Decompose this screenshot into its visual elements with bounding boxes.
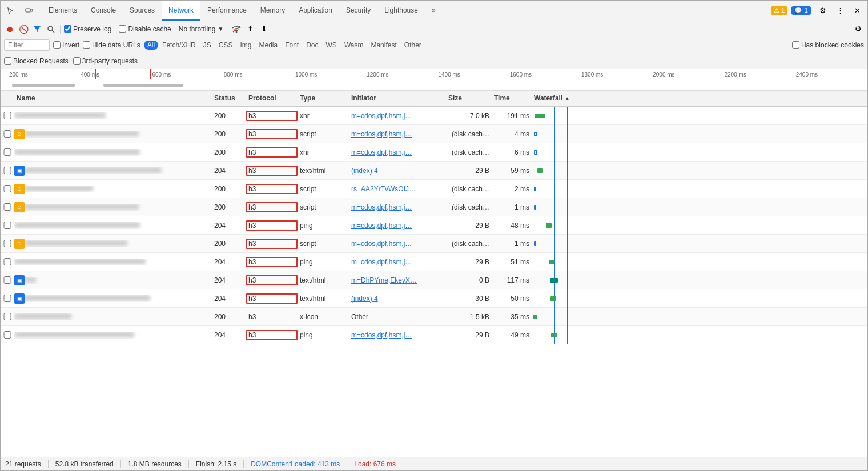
table-row[interactable]: ⊙ 200h3scriptm=cdos,dpf,hsm,j…(disk cach… bbox=[1, 235, 867, 253]
table-row[interactable]: ⊙ 200h3scriptrs=AA2YrTvWsOfJ…(disk cach…… bbox=[1, 180, 867, 198]
upload-icon[interactable]: ⬆ bbox=[244, 23, 256, 35]
table-row[interactable]: ▣ 204h3text/html(index):430 B50 ms bbox=[1, 289, 867, 308]
tab-elements[interactable]: Elements bbox=[42, 1, 84, 21]
hide-data-urls-checkbox[interactable]: Hide data URLs bbox=[83, 41, 140, 49]
col-status-header[interactable]: Status bbox=[212, 94, 246, 102]
invert-checkbox[interactable]: Invert bbox=[53, 41, 79, 49]
tab-lighthouse[interactable]: Lighthouse bbox=[377, 1, 425, 21]
filter-button[interactable] bbox=[31, 23, 43, 35]
row-select-checkbox[interactable] bbox=[3, 203, 12, 211]
filter-input[interactable] bbox=[4, 39, 50, 51]
filter-type-fetch/xhr[interactable]: Fetch/XHR bbox=[159, 41, 199, 50]
transferred-size: 52.8 kB transferred bbox=[55, 460, 114, 468]
throttle-select[interactable]: No throttling bbox=[179, 25, 216, 33]
row-select-checkbox[interactable] bbox=[3, 222, 12, 229]
row-waterfall bbox=[532, 308, 867, 326]
col-time-header[interactable]: Time bbox=[492, 94, 532, 102]
row-select-checkbox[interactable] bbox=[3, 295, 12, 302]
filter-type-doc[interactable]: Doc bbox=[303, 41, 322, 50]
throttle-dropdown-arrow[interactable]: ▼ bbox=[218, 26, 223, 32]
row-select-checkbox[interactable] bbox=[3, 276, 12, 284]
row-select-checkbox[interactable] bbox=[3, 167, 12, 174]
table-row[interactable]: 204h3pingm=cdos,dpf,hsm,j…29 B48 ms bbox=[1, 216, 867, 235]
filter-type-other[interactable]: Other bbox=[401, 41, 425, 50]
tab-network[interactable]: Network bbox=[162, 1, 200, 21]
third-party-checkbox[interactable]: 3rd-party requests bbox=[73, 57, 138, 65]
filter-type-ws[interactable]: WS bbox=[323, 41, 340, 50]
more-options-icon[interactable]: ⋮ bbox=[832, 3, 848, 19]
row-initiator[interactable]: m=cdos,dpf,hsm,j… bbox=[349, 222, 446, 230]
search-button[interactable] bbox=[45, 23, 57, 35]
table-row[interactable]: 204h3pingm=cdos,dpf,hsm,j…29 B49 ms bbox=[1, 326, 867, 344]
row-initiator[interactable]: (index):4 bbox=[349, 167, 446, 175]
row-initiator[interactable]: rs=AA2YrTvWsOfJ… bbox=[349, 185, 446, 193]
filter-type-js[interactable]: JS bbox=[200, 41, 215, 50]
row-initiator[interactable]: m=cdos,dpf,hsm,j… bbox=[349, 130, 446, 138]
tab-console[interactable]: Console bbox=[84, 1, 123, 21]
tab-performance[interactable]: Performance bbox=[200, 1, 254, 21]
tab-sources[interactable]: Sources bbox=[123, 1, 162, 21]
wifi-icon[interactable] bbox=[231, 23, 242, 35]
row-initiator[interactable]: m=cdos,dpf,hsm,j… bbox=[349, 112, 446, 120]
table-row[interactable]: ▣ 204h3text/html(index):429 B59 ms bbox=[1, 162, 867, 180]
table-row[interactable]: 200h3xhrm=cdos,dpf,hsm,j…7.0 kB191 ms bbox=[1, 107, 867, 125]
filter-type-media[interactable]: Media bbox=[255, 41, 281, 50]
filter-type-all[interactable]: All bbox=[144, 41, 158, 50]
row-type: xhr bbox=[298, 112, 349, 120]
close-icon[interactable]: ✕ bbox=[849, 3, 865, 19]
row-select-checkbox[interactable] bbox=[3, 313, 12, 320]
row-select-checkbox[interactable] bbox=[3, 258, 12, 265]
row-size: (disk cach… bbox=[446, 148, 492, 156]
warning-badge[interactable]: ⚠ 1 bbox=[771, 6, 787, 15]
row-select-checkbox[interactable] bbox=[3, 148, 12, 156]
filter-type-wasm[interactable]: Wasm bbox=[341, 41, 367, 50]
download-icon[interactable]: ⬇ bbox=[258, 23, 270, 35]
table-row[interactable]: 200h3x-iconOther1.5 kB35 ms bbox=[1, 308, 867, 326]
filter-type-manifest[interactable]: Manifest bbox=[367, 41, 400, 50]
row-select-checkbox[interactable] bbox=[3, 331, 12, 339]
blocked-requests-checkbox[interactable]: Blocked Requests bbox=[4, 57, 69, 65]
filter-type-css[interactable]: CSS bbox=[215, 41, 236, 50]
info-badge[interactable]: 💬 1 bbox=[791, 6, 810, 15]
row-initiator[interactable]: m=cdos,dpf,hsm,j… bbox=[349, 331, 446, 339]
record-button[interactable]: ⏺ bbox=[4, 23, 15, 35]
filter-type-img[interactable]: Img bbox=[236, 41, 255, 50]
device-icon[interactable] bbox=[21, 3, 37, 19]
table-row[interactable]: 200h3xhrm=cdos,dpf,hsm,j…(disk cach…6 ms bbox=[1, 143, 867, 162]
has-blocked-cookies-checkbox[interactable]: Has blocked cookies bbox=[792, 41, 864, 49]
col-protocol-header[interactable]: Protocol bbox=[246, 94, 298, 102]
row-initiator[interactable]: m=cdos,dpf,hsm,j… bbox=[349, 148, 446, 156]
filter-type-font[interactable]: Font bbox=[282, 41, 302, 50]
table-row[interactable]: ⊙ 200h3scriptm=cdos,dpf,hsm,j…(disk cach… bbox=[1, 125, 867, 143]
col-initiator-header[interactable]: Initiator bbox=[349, 94, 446, 102]
col-size-header[interactable]: Size bbox=[446, 94, 492, 102]
table-row[interactable]: 204h3pingm=cdos,dpf,hsm,j…29 B51 ms bbox=[1, 253, 867, 271]
row-select-checkbox[interactable] bbox=[3, 130, 12, 138]
stop-button[interactable]: 🚫 bbox=[18, 23, 29, 35]
col-name-header[interactable]: Name bbox=[1, 94, 212, 102]
row-select-checkbox[interactable] bbox=[3, 185, 12, 192]
disable-cache-checkbox[interactable]: Disable cache bbox=[119, 25, 171, 33]
blue-icon: ▣ bbox=[14, 275, 25, 285]
cursor-icon[interactable] bbox=[3, 3, 19, 19]
tab-more[interactable]: » bbox=[425, 1, 443, 21]
row-select-checkbox[interactable] bbox=[3, 240, 12, 247]
table-row[interactable]: ⊙ 200h3scriptm=cdos,dpf,hsm,j…(disk cach… bbox=[1, 198, 867, 216]
row-initiator[interactable]: m=cdos,dpf,hsm,j… bbox=[349, 240, 446, 248]
row-initiator[interactable]: m=cdos,dpf,hsm,j… bbox=[349, 203, 446, 211]
col-type-header[interactable]: Type bbox=[298, 94, 349, 102]
tab-application[interactable]: Application bbox=[292, 1, 339, 21]
row-initiator[interactable]: m=cdos,dpf,hsm,j… bbox=[349, 258, 446, 266]
preserve-log-checkbox[interactable]: Preserve log bbox=[64, 25, 111, 33]
row-initiator[interactable]: (index):4 bbox=[349, 295, 446, 303]
toolbar-separator-4 bbox=[227, 25, 227, 34]
row-time: 117 ms bbox=[492, 276, 532, 284]
col-waterfall-header[interactable]: Waterfall ▲ bbox=[532, 94, 867, 102]
row-initiator[interactable]: m=DhPYme,EkevX… bbox=[349, 276, 446, 284]
tab-memory[interactable]: Memory bbox=[254, 1, 292, 21]
settings-icon[interactable]: ⚙ bbox=[815, 3, 831, 19]
table-row[interactable]: ▣ 204h3text/htmlm=DhPYme,EkevX…0 B117 ms bbox=[1, 271, 867, 289]
row-select-checkbox[interactable] bbox=[3, 112, 12, 119]
tab-security[interactable]: Security bbox=[339, 1, 377, 21]
settings-network-icon[interactable]: ⚙ bbox=[853, 23, 864, 35]
